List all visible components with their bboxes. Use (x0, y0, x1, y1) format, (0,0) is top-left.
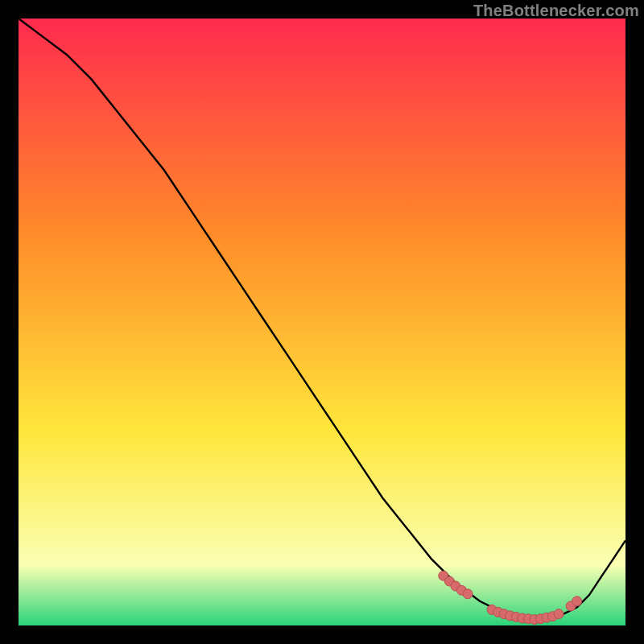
highlight-dot (463, 589, 473, 599)
heat-background (19, 19, 625, 625)
watermark-text: TheBottlenecker.com (473, 2, 639, 20)
plot-svg (19, 19, 625, 625)
highlight-dot (572, 597, 582, 606)
highlight-dot (554, 609, 564, 619)
chart-stage: TheBottlenecker.com (0, 0, 644, 644)
